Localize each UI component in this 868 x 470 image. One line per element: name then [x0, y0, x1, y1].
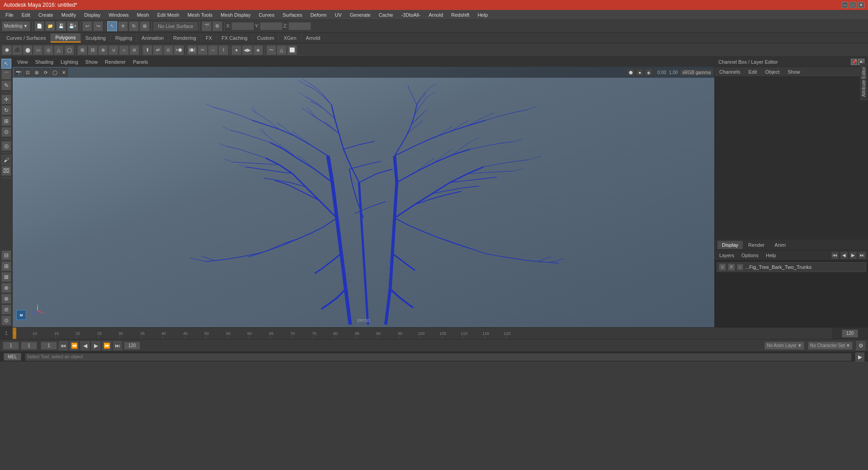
play-back-button[interactable]: ◀ — [80, 341, 90, 350]
menu-deform[interactable]: Deform — [307, 11, 330, 19]
fill-hole-button[interactable]: ⊙ — [163, 45, 173, 55]
workspace-dropdown[interactable]: Modeling ▼ — [2, 21, 30, 31]
skip-to-start-button[interactable]: ⏮ — [59, 341, 68, 350]
minimize-button[interactable]: ─ — [842, 2, 848, 8]
play-forward-button[interactable]: ▶ — [91, 341, 100, 350]
extrude-button[interactable]: ⬆ — [142, 45, 152, 55]
tab-curves-surfaces[interactable]: Curves / Surfaces — [2, 34, 51, 42]
menu-3dto-all[interactable]: -3DtoAll- — [397, 11, 424, 19]
tab-fx-caching[interactable]: FX Caching — [217, 34, 252, 42]
vp-menu-view[interactable]: View — [15, 58, 30, 66]
redo-button[interactable]: ↪ — [93, 21, 103, 31]
save-as-button[interactable]: 💾+ — [67, 21, 79, 31]
tab-polygons[interactable]: Polygons — [51, 33, 80, 42]
maximize-button[interactable]: □ — [850, 2, 856, 8]
options-menu[interactable]: Options — [739, 252, 761, 259]
menu-mesh[interactable]: Mesh — [133, 11, 153, 19]
layer-visibility-btn[interactable]: V — [719, 263, 726, 271]
boolean-inter-button[interactable]: ⊖ — [129, 45, 139, 55]
playback-end-input[interactable] — [124, 342, 140, 350]
triangulate-button[interactable]: △ — [277, 45, 287, 55]
undo-button[interactable]: ↩ — [82, 21, 92, 31]
poly-sphere-button[interactable]: ⬟ — [2, 45, 12, 55]
extract-button[interactable]: ⊕ — [98, 45, 108, 55]
poly-cube-button[interactable]: ⬛ — [12, 45, 22, 55]
display-tool3[interactable]: ⊠ — [1, 272, 11, 282]
poly-disk-button[interactable]: ◯ — [64, 45, 74, 55]
select-tool-button[interactable]: ↖ — [107, 21, 117, 31]
paint-select-tool[interactable]: ✎ — [1, 80, 11, 90]
save-file-button[interactable]: 💾 — [56, 21, 66, 31]
select-tool-left[interactable]: ↖ — [1, 59, 11, 69]
display-tab[interactable]: Display — [717, 241, 743, 249]
menu-create[interactable]: Create — [35, 11, 57, 19]
layers-menu[interactable]: Layers — [717, 252, 737, 259]
menu-generate[interactable]: Generate — [346, 11, 374, 19]
camera-sel-button[interactable]: 📷 — [14, 68, 23, 76]
render-tab[interactable]: Render — [744, 241, 769, 249]
menu-surfaces[interactable]: Surfaces — [279, 11, 306, 19]
cb-tab-object[interactable]: Object — [763, 68, 781, 75]
skip-to-end-button[interactable]: ⏭ — [113, 341, 122, 350]
timeline-ruler[interactable]: .tick-text { fill: #888; font-size: 9px;… — [13, 328, 832, 339]
show-manipulator-tool[interactable]: ⊙ — [1, 127, 11, 137]
y-input[interactable] — [260, 22, 283, 30]
x-input[interactable] — [231, 22, 254, 30]
timeline-end-input[interactable] — [842, 329, 858, 338]
soft-mod-tool[interactable]: ◎ — [1, 141, 11, 151]
poly-plane-button[interactable]: ▭ — [33, 45, 43, 55]
command-input[interactable]: Select Tool: select an object — [25, 353, 852, 361]
gamma-label[interactable]: sRGB gamma — [680, 70, 712, 75]
menu-edit-mesh[interactable]: Edit Mesh — [154, 11, 183, 19]
layer-icon3[interactable]: ▶ — [849, 251, 857, 259]
z-input[interactable] — [288, 22, 311, 30]
current-frame-input[interactable] — [21, 342, 37, 350]
mel-python-button[interactable]: MEL — [4, 353, 21, 361]
prev-frame-button[interactable]: ⏪ — [70, 341, 79, 350]
weld-vertex-button[interactable]: ◈ — [253, 45, 263, 55]
vp-menu-renderer[interactable]: Renderer — [103, 58, 127, 66]
tab-sculpting[interactable]: Sculpting — [81, 34, 111, 42]
tab-fx[interactable]: FX — [201, 34, 217, 42]
playback-start-input[interactable] — [41, 342, 57, 350]
vp-menu-lighting[interactable]: Lighting — [59, 58, 80, 66]
channel-box-pin[interactable]: 📌 — [851, 59, 857, 65]
sculpt-tool[interactable]: 🖌 — [1, 155, 11, 165]
display-tool5[interactable]: ⊗ — [1, 294, 11, 304]
menu-arnold[interactable]: Arnold — [425, 11, 447, 19]
poly-cylinder-button[interactable]: ⬤ — [23, 45, 33, 55]
menu-edit[interactable]: Edit — [18, 11, 34, 19]
scale-tool-left[interactable]: ⊞ — [1, 116, 11, 126]
layer-icon4[interactable]: ⏭ — [858, 251, 866, 259]
new-file-button[interactable]: 📄 — [34, 21, 44, 31]
rotate-tool-button[interactable]: ↻ — [129, 21, 139, 31]
cb-tab-edit[interactable]: Edit — [746, 68, 759, 75]
layer-playback-btn[interactable]: P — [728, 263, 735, 271]
snap-grid-button[interactable]: ⊙ — [1, 315, 11, 325]
sync-button[interactable]: ⟳ — [42, 68, 50, 76]
render-settings-button[interactable]: ⚙ — [212, 21, 222, 31]
merge-vertex-button[interactable]: ● — [231, 45, 241, 55]
menu-redshift[interactable]: Redshift — [448, 11, 473, 19]
scale-tool-button[interactable]: ⊞ — [140, 21, 150, 31]
menu-mesh-tools[interactable]: Mesh Tools — [184, 11, 216, 19]
tab-arnold[interactable]: Arnold — [302, 34, 326, 42]
next-frame-button[interactable]: ⏩ — [102, 341, 111, 350]
smooth-button[interactable]: 〜 — [266, 45, 276, 55]
rotate-tool-left[interactable]: ↻ — [1, 105, 11, 115]
vp-menu-panels[interactable]: Panels — [131, 58, 150, 66]
menu-cache[interactable]: Cache — [375, 11, 397, 19]
close-button[interactable]: ✕ — [858, 2, 864, 8]
menu-mesh-display[interactable]: Mesh Display — [217, 11, 254, 19]
bevel-button[interactable]: ⌇ — [218, 45, 228, 55]
xray-button[interactable]: ✕ — [60, 68, 68, 76]
poly-cone-button[interactable]: △ — [54, 45, 64, 55]
move-tool-button[interactable]: ✛ — [118, 21, 128, 31]
menu-curves[interactable]: Curves — [255, 11, 278, 19]
insert-edge-loop-button[interactable]: |⬟| — [187, 45, 197, 55]
quadrangulate-button[interactable]: ⬜ — [287, 45, 297, 55]
append-poly-button[interactable]: +⬟ — [174, 45, 184, 55]
tab-rigging[interactable]: Rigging — [111, 34, 137, 42]
sculpt-tool2[interactable]: ⌧ — [1, 166, 11, 176]
menu-display[interactable]: Display — [80, 11, 104, 19]
